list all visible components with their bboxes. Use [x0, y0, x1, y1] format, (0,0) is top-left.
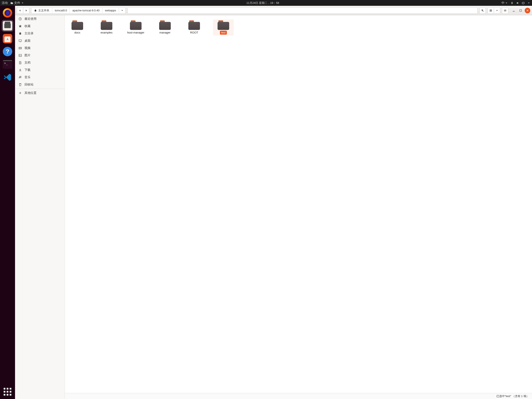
chevron-down-icon [505, 1, 508, 5]
path-seg-2[interactable]: webapps [102, 8, 119, 13]
chevron-down-icon [527, 1, 530, 5]
view-controls [488, 7, 500, 14]
chevron-down-icon [495, 9, 499, 12]
sidebar-item-label: 音乐 [25, 75, 31, 79]
path-current-menu[interactable] [119, 8, 126, 13]
svg-rect-4 [19, 47, 21, 49]
sidebar-item-desktop[interactable]: 桌面 [15, 37, 65, 44]
sidebar-item-music[interactable]: 音乐 [15, 74, 65, 81]
dock-item-files[interactable] [2, 20, 13, 32]
window-minimize-button[interactable] [511, 8, 517, 13]
home-icon [19, 32, 22, 35]
vscode-icon [3, 73, 12, 82]
folder-label: ROOT [190, 31, 199, 35]
sidebar-item-label: 文档 [25, 61, 31, 65]
volume-indicator[interactable] [516, 1, 519, 5]
power-indicator[interactable] [522, 1, 525, 5]
path-bar: 主文件夹 tomcat9.0 apache-tomcat-9.0.40 weba… [31, 7, 126, 14]
folder-host-manager[interactable]: host-manager [126, 19, 146, 35]
maximize-icon [519, 9, 522, 12]
folder-icon [10, 1, 13, 5]
folder-label: docs [74, 31, 81, 35]
folder-examples[interactable]: examples [96, 19, 117, 35]
clock-icon [19, 17, 22, 21]
svg-rect-0 [513, 11, 515, 11]
sidebar-item-trash[interactable]: 回收站 [15, 81, 65, 88]
firefox-icon [3, 8, 12, 18]
svg-rect-1 [520, 9, 522, 11]
sidebar-item-documents[interactable]: 文档 [15, 59, 65, 66]
dock-item-help[interactable]: ? [2, 46, 13, 57]
chevron-left-icon [19, 9, 21, 12]
sidebar-item-recent[interactable]: 最近使用 [15, 15, 65, 23]
chevron-down-icon [21, 1, 24, 5]
terminal-icon: >_ [3, 60, 12, 69]
statusbar-text: 已选中"test" （含有 1 项） [496, 394, 529, 398]
hamburger-menu-button[interactable] [502, 7, 508, 14]
list-icon [489, 9, 492, 12]
sidebar-item-videos[interactable]: 视频 [15, 44, 65, 52]
document-icon [19, 61, 22, 64]
dock-item-software[interactable] [2, 33, 13, 44]
image-icon [19, 54, 22, 57]
folder-icon [218, 20, 229, 30]
window-close-button[interactable] [525, 8, 530, 13]
folder-ROOT[interactable]: ROOT [184, 19, 204, 35]
ime-indicator[interactable]: 中 [501, 1, 508, 5]
path-home[interactable]: 主文件夹 [31, 7, 52, 13]
app-menu[interactable]: 文件 [10, 1, 24, 5]
sidebar-item-downloads[interactable]: 下载 [15, 66, 65, 74]
dock: ? >_ [0, 6, 15, 399]
sidebar-item-other[interactable]: 其他位置 [15, 89, 65, 97]
ime-label: 中 [501, 1, 505, 5]
files-icon [3, 21, 12, 31]
nav-buttons [17, 7, 29, 14]
app-menu-label: 文件 [14, 1, 20, 5]
folder-manager[interactable]: manager [155, 19, 175, 35]
folder-docs[interactable]: docs [67, 19, 88, 35]
sidebar-item-pictures[interactable]: 图片 [15, 52, 65, 59]
clock[interactable]: 11月24日 星期二，19：58 [24, 1, 501, 5]
folder-icon [101, 20, 112, 30]
sidebar-item-home[interactable]: 主目录 [15, 30, 65, 37]
close-icon [526, 9, 529, 12]
window-maximize-button[interactable] [518, 8, 523, 13]
view-options-button[interactable] [494, 7, 500, 14]
dock-item-terminal[interactable]: >_ [2, 59, 13, 70]
list-view-button[interactable] [488, 7, 494, 14]
forward-button[interactable] [23, 7, 29, 14]
music-icon [19, 76, 22, 79]
folder-test[interactable]: test [213, 19, 234, 35]
location-entry[interactable] [127, 7, 478, 14]
video-icon [19, 46, 22, 50]
folder-label: test [220, 31, 227, 35]
activities-button[interactable]: 活动 [2, 1, 8, 5]
places-sidebar: 最近使用 收藏 主目录 桌面 视频 图片 文档 下载 音乐 回收站 其他位置 [15, 15, 65, 399]
home-icon [34, 9, 37, 12]
path-seg-1[interactable]: apache-tomcat-9.0.40 [70, 8, 102, 13]
content-area[interactable]: docsexampleshost-managermanagerROOTtest … [65, 15, 532, 399]
power-icon [522, 1, 525, 5]
search-button[interactable] [479, 7, 486, 14]
sidebar-item-label: 回收站 [25, 83, 33, 87]
network-indicator[interactable] [511, 1, 513, 5]
dock-item-vscode[interactable] [2, 71, 13, 83]
sidebar-item-label: 主目录 [25, 32, 33, 35]
files-window: 主文件夹 tomcat9.0 apache-tomcat-9.0.40 weba… [15, 6, 532, 399]
path-seg-0[interactable]: tomcat9.0 [52, 8, 70, 13]
sidebar-item-label: 图片 [25, 53, 31, 57]
system-menu[interactable] [527, 1, 530, 5]
folder-icon [188, 20, 200, 30]
back-button[interactable] [17, 7, 23, 14]
sidebar-item-starred[interactable]: 收藏 [15, 23, 65, 30]
desktop-icon [19, 39, 22, 43]
download-icon [19, 68, 22, 72]
help-icon: ? [3, 47, 12, 56]
folder-label: host-manager [127, 31, 145, 35]
folder-icon [130, 20, 141, 30]
dock-item-firefox[interactable] [2, 7, 13, 19]
volume-icon [516, 1, 519, 5]
icon-grid[interactable]: docsexampleshost-managermanagerROOTtest [65, 15, 532, 393]
path-home-label: 主文件夹 [38, 9, 49, 13]
show-applications-button[interactable] [2, 386, 13, 397]
